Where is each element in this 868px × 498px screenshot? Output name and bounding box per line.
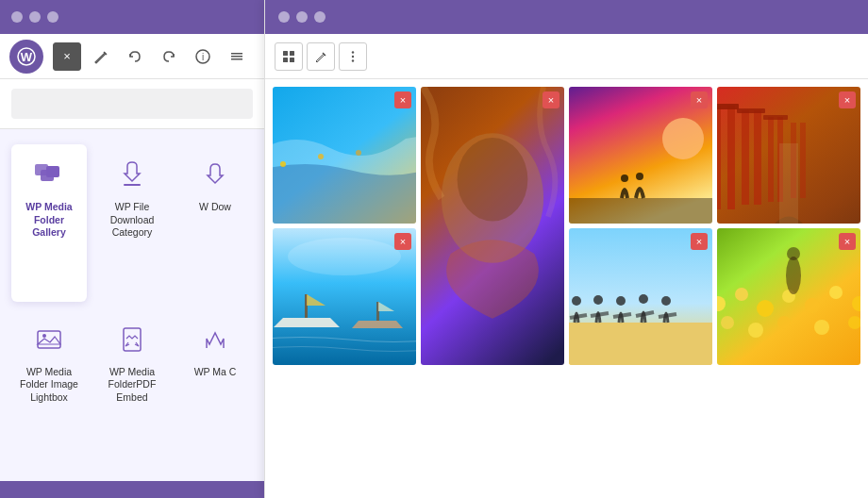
gallery-item-sunset: × [569,87,712,224]
left-bottom-bar [0,481,264,498]
svg-point-72 [777,316,791,329]
plugin-item-wp-media-folderpdf-embed[interactable]: WP Media FolderPDF Embed [94,309,170,467]
gallery-item-boats: × [273,228,416,365]
plugin-label-gallery: WP Media Folder Gallery [17,201,81,240]
plugin-icon-image-lightbox [28,319,70,360]
remove-sunset-button[interactable]: × [691,91,708,108]
right-panel: × × [264,0,868,498]
svg-point-27 [458,138,528,222]
svg-rect-10 [124,184,141,186]
svg-point-31 [621,174,628,182]
svg-rect-40 [768,117,774,202]
plugin-item-wp-media-folder-gallery[interactable]: WP Media Folder Gallery [11,144,87,302]
plugin-item-wp-media-folder-image-lightbox[interactable]: WP Media Folder Image Lightbox [11,309,87,467]
svg-rect-16 [283,58,288,62]
plugin-icon-pdf-embed [111,319,153,360]
gallery-item-surfers-beach: × [569,228,712,365]
svg-point-32 [636,173,643,180]
titlebar-dot-1 [11,11,23,23]
svg-rect-17 [290,58,294,62]
plugin-item-wp-ma-c[interactable]: WP Ma C [177,309,253,467]
gallery-grid: × × [265,79,868,498]
svg-point-73 [814,320,829,335]
svg-point-30 [662,118,704,159]
svg-rect-15 [290,51,294,56]
plugin-label-pdf-embed: WP Media FolderPDF Embed [100,366,164,405]
plugin-label-image-lightbox: WP Media Folder Image Lightbox [17,366,81,405]
search-bar[interactable] [11,89,253,119]
gallery-item-surf: × [273,87,416,224]
svg-point-23 [318,154,324,159]
svg-rect-39 [737,108,765,113]
svg-point-56 [616,296,626,306]
svg-rect-13 [124,328,141,351]
svg-point-52 [572,296,581,306]
svg-rect-35 [727,106,735,209]
plugin-icon-gallery [28,154,70,195]
plugins-grid: WP Media Folder Gallery WP File Download… [0,129,264,481]
left-toolbar: W × i [0,34,264,79]
undo-icon[interactable] [121,42,149,71]
menu-icon[interactable] [223,42,251,71]
wp-logo: W [9,40,43,74]
remove-underwater-button[interactable]: × [542,91,559,108]
svg-rect-34 [717,106,721,209]
right-dot-1 [278,11,290,23]
search-area [0,79,264,129]
svg-rect-9 [46,166,59,177]
plugin-item-w-dow[interactable]: W Dow [177,144,253,302]
svg-point-54 [593,295,603,305]
plugin-label-wp-ma-c: WP Ma C [194,366,237,379]
left-panel: W × i [0,0,264,498]
grid-view-button[interactable] [275,42,303,71]
svg-rect-36 [717,104,739,109]
plugin-icon-w-dow [194,154,236,195]
svg-point-67 [805,298,820,313]
svg-point-18 [352,51,354,53]
remove-surf-button[interactable]: × [394,91,411,108]
svg-rect-5 [231,56,242,58]
svg-point-71 [748,323,763,338]
svg-point-68 [829,286,843,299]
remove-flowers-button[interactable]: × [839,233,856,250]
remove-torii-button[interactable]: × [839,91,856,108]
svg-point-70 [721,316,734,329]
svg-point-12 [42,334,46,338]
plugin-label-w-dow: W Dow [199,201,231,214]
svg-point-22 [280,161,286,167]
remove-boats-button[interactable]: × [394,233,411,250]
remove-surfers-button[interactable]: × [691,233,708,250]
svg-point-47 [288,238,401,275]
close-button[interactable]: × [53,42,81,71]
svg-rect-45 [779,143,798,224]
right-toolbar [265,34,868,79]
gallery-item-torii: × [717,87,860,224]
redo-icon[interactable] [155,42,183,71]
svg-point-76 [787,247,800,260]
brush-icon[interactable] [87,42,115,71]
svg-point-64 [735,288,748,301]
svg-rect-51 [569,323,712,365]
gallery-item-flowers: × [717,228,860,365]
more-options-button[interactable] [339,42,367,71]
plugin-label-file-download: WP File Download Category [100,201,164,240]
titlebar-dot-2 [29,11,41,23]
svg-rect-6 [231,58,242,60]
plugin-icon-wp-ma-c [194,319,236,360]
info-icon[interactable]: i [189,42,217,71]
svg-point-60 [661,296,671,306]
plugin-icon-file-download [111,154,153,195]
svg-rect-37 [742,110,749,205]
right-titlebar [265,0,868,34]
svg-rect-4 [231,53,242,55]
svg-point-19 [352,55,354,57]
svg-text:i: i [202,52,204,62]
edit-link-button[interactable] [307,42,335,71]
svg-rect-42 [763,115,788,120]
titlebar-dot-3 [47,11,58,23]
right-dot-3 [314,11,326,23]
svg-rect-44 [800,123,806,198]
svg-point-75 [786,257,801,294]
svg-point-65 [757,300,774,317]
plugin-item-wp-file-download-category[interactable]: WP File Download Category [94,144,170,302]
